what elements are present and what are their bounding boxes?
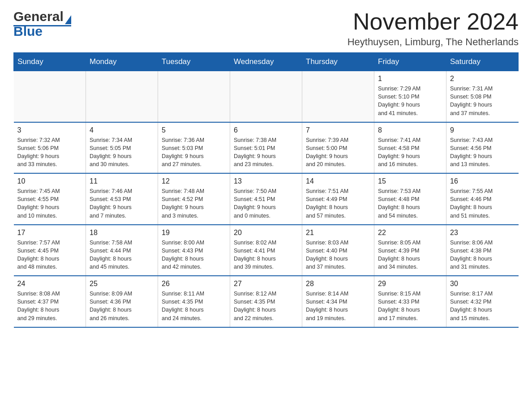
calendar-cell: 14Sunrise: 7:51 AMSunset: 4:49 PMDayligh…	[302, 173, 374, 225]
header-row: SundayMondayTuesdayWednesdayThursdayFrid…	[14, 53, 519, 71]
day-number: 15	[378, 177, 442, 185]
week-row-4: 17Sunrise: 7:57 AMSunset: 4:45 PMDayligh…	[14, 225, 519, 276]
logo-triangle-icon	[65, 15, 71, 24]
day-number: 8	[378, 126, 442, 134]
calendar-cell: 21Sunrise: 8:03 AMSunset: 4:40 PMDayligh…	[302, 225, 374, 276]
day-info: Sunrise: 7:38 AMSunset: 5:01 PMDaylight:…	[234, 136, 298, 169]
calendar-cell: 20Sunrise: 8:02 AMSunset: 4:41 PMDayligh…	[230, 225, 302, 276]
day-number: 18	[90, 229, 154, 237]
calendar-subtitle: Heythuysen, Limburg, The Netherlands	[348, 36, 519, 48]
day-number: 6	[234, 126, 298, 134]
calendar-cell: 12Sunrise: 7:48 AMSunset: 4:52 PMDayligh…	[158, 173, 230, 225]
day-info: Sunrise: 8:00 AMSunset: 4:43 PMDaylight:…	[162, 239, 226, 271]
calendar-cell	[230, 71, 302, 122]
day-number: 14	[306, 177, 370, 185]
day-number: 5	[162, 126, 226, 134]
calendar-cell: 22Sunrise: 8:05 AMSunset: 4:39 PMDayligh…	[374, 225, 446, 276]
day-number: 13	[234, 177, 298, 185]
day-number: 19	[162, 229, 226, 237]
col-header-friday: Friday	[374, 53, 446, 71]
day-number: 9	[450, 126, 515, 134]
day-number: 30	[450, 280, 515, 288]
calendar-cell: 13Sunrise: 7:50 AMSunset: 4:51 PMDayligh…	[230, 173, 302, 225]
calendar-cell: 3Sunrise: 7:32 AMSunset: 5:06 PMDaylight…	[14, 122, 86, 174]
calendar-cell: 10Sunrise: 7:45 AMSunset: 4:55 PMDayligh…	[14, 173, 86, 225]
day-info: Sunrise: 7:31 AMSunset: 5:08 PMDaylight:…	[450, 85, 515, 117]
day-number: 3	[17, 126, 82, 134]
day-number: 27	[234, 280, 298, 288]
logo-blue-text: Blue	[13, 24, 71, 39]
week-row-2: 3Sunrise: 7:32 AMSunset: 5:06 PMDaylight…	[14, 122, 519, 174]
day-number: 16	[450, 177, 515, 185]
col-header-tuesday: Tuesday	[158, 53, 230, 71]
day-info: Sunrise: 7:48 AMSunset: 4:52 PMDaylight:…	[162, 187, 226, 220]
calendar-cell	[86, 71, 158, 122]
calendar-cell: 11Sunrise: 7:46 AMSunset: 4:53 PMDayligh…	[86, 173, 158, 225]
calendar-cell	[14, 71, 86, 122]
day-info: Sunrise: 7:57 AMSunset: 4:45 PMDaylight:…	[17, 239, 82, 271]
calendar-cell: 7Sunrise: 7:39 AMSunset: 5:00 PMDaylight…	[302, 122, 374, 174]
col-header-wednesday: Wednesday	[230, 53, 302, 71]
header: General Blue November 2024 Heythuysen, L…	[13, 9, 519, 48]
calendar-cell	[158, 71, 230, 122]
calendar-cell: 24Sunrise: 8:08 AMSunset: 4:37 PMDayligh…	[14, 276, 86, 327]
calendar-cell: 1Sunrise: 7:29 AMSunset: 5:10 PMDaylight…	[374, 71, 446, 122]
day-info: Sunrise: 7:46 AMSunset: 4:53 PMDaylight:…	[90, 187, 154, 220]
calendar-cell: 30Sunrise: 8:17 AMSunset: 4:32 PMDayligh…	[446, 276, 519, 327]
calendar-cell: 25Sunrise: 8:09 AMSunset: 4:36 PMDayligh…	[86, 276, 158, 327]
day-info: Sunrise: 7:39 AMSunset: 5:00 PMDaylight:…	[306, 136, 370, 169]
day-info: Sunrise: 8:02 AMSunset: 4:41 PMDaylight:…	[234, 239, 298, 271]
day-info: Sunrise: 8:09 AMSunset: 4:36 PMDaylight:…	[90, 290, 154, 322]
day-number: 7	[306, 126, 370, 134]
calendar-cell: 17Sunrise: 7:57 AMSunset: 4:45 PMDayligh…	[14, 225, 86, 276]
calendar-cell: 5Sunrise: 7:36 AMSunset: 5:03 PMDaylight…	[158, 122, 230, 174]
day-number: 25	[90, 280, 154, 288]
calendar-cell: 2Sunrise: 7:31 AMSunset: 5:08 PMDaylight…	[446, 71, 519, 122]
day-info: Sunrise: 8:15 AMSunset: 4:33 PMDaylight:…	[378, 290, 442, 322]
day-info: Sunrise: 7:43 AMSunset: 4:56 PMDaylight:…	[450, 136, 515, 169]
calendar-cell: 23Sunrise: 8:06 AMSunset: 4:38 PMDayligh…	[446, 225, 519, 276]
day-number: 29	[378, 280, 442, 288]
day-number: 21	[306, 229, 370, 237]
col-header-sunday: Sunday	[14, 53, 86, 71]
day-number: 28	[306, 280, 370, 288]
day-number: 10	[17, 177, 82, 185]
day-info: Sunrise: 8:05 AMSunset: 4:39 PMDaylight:…	[378, 239, 442, 271]
day-info: Sunrise: 7:53 AMSunset: 4:48 PMDaylight:…	[378, 187, 442, 220]
calendar-cell: 27Sunrise: 8:12 AMSunset: 4:35 PMDayligh…	[230, 276, 302, 327]
calendar-title: November 2024	[348, 9, 519, 34]
calendar-cell: 15Sunrise: 7:53 AMSunset: 4:48 PMDayligh…	[374, 173, 446, 225]
day-info: Sunrise: 7:41 AMSunset: 4:58 PMDaylight:…	[378, 136, 442, 169]
day-number: 11	[90, 177, 154, 185]
day-info: Sunrise: 7:50 AMSunset: 4:51 PMDaylight:…	[234, 187, 298, 220]
calendar-cell: 9Sunrise: 7:43 AMSunset: 4:56 PMDaylight…	[446, 122, 519, 174]
calendar-cell: 29Sunrise: 8:15 AMSunset: 4:33 PMDayligh…	[374, 276, 446, 327]
day-info: Sunrise: 8:14 AMSunset: 4:34 PMDaylight:…	[306, 290, 370, 322]
calendar-table: SundayMondayTuesdayWednesdayThursdayFrid…	[13, 52, 519, 328]
logo: General Blue	[13, 9, 71, 39]
day-info: Sunrise: 7:51 AMSunset: 4:49 PMDaylight:…	[306, 187, 370, 220]
calendar-cell: 8Sunrise: 7:41 AMSunset: 4:58 PMDaylight…	[374, 122, 446, 174]
day-info: Sunrise: 7:32 AMSunset: 5:06 PMDaylight:…	[17, 136, 82, 169]
day-info: Sunrise: 8:03 AMSunset: 4:40 PMDaylight:…	[306, 239, 370, 271]
day-number: 4	[90, 126, 154, 134]
day-info: Sunrise: 7:58 AMSunset: 4:44 PMDaylight:…	[90, 239, 154, 271]
day-number: 1	[378, 75, 442, 83]
col-header-monday: Monday	[86, 53, 158, 71]
week-row-1: 1Sunrise: 7:29 AMSunset: 5:10 PMDaylight…	[14, 71, 519, 122]
day-info: Sunrise: 7:34 AMSunset: 5:05 PMDaylight:…	[90, 136, 154, 169]
calendar-cell: 26Sunrise: 8:11 AMSunset: 4:35 PMDayligh…	[158, 276, 230, 327]
col-header-thursday: Thursday	[302, 53, 374, 71]
calendar-cell: 28Sunrise: 8:14 AMSunset: 4:34 PMDayligh…	[302, 276, 374, 327]
day-number: 24	[17, 280, 82, 288]
day-number: 12	[162, 177, 226, 185]
day-info: Sunrise: 8:17 AMSunset: 4:32 PMDaylight:…	[450, 290, 515, 322]
calendar-cell: 19Sunrise: 8:00 AMSunset: 4:43 PMDayligh…	[158, 225, 230, 276]
day-number: 23	[450, 229, 515, 237]
day-number: 2	[450, 75, 515, 83]
title-area: November 2024 Heythuysen, Limburg, The N…	[348, 9, 519, 48]
calendar-cell	[302, 71, 374, 122]
day-number: 17	[17, 229, 82, 237]
logo-general-text: General	[13, 9, 64, 24]
day-number: 26	[162, 280, 226, 288]
